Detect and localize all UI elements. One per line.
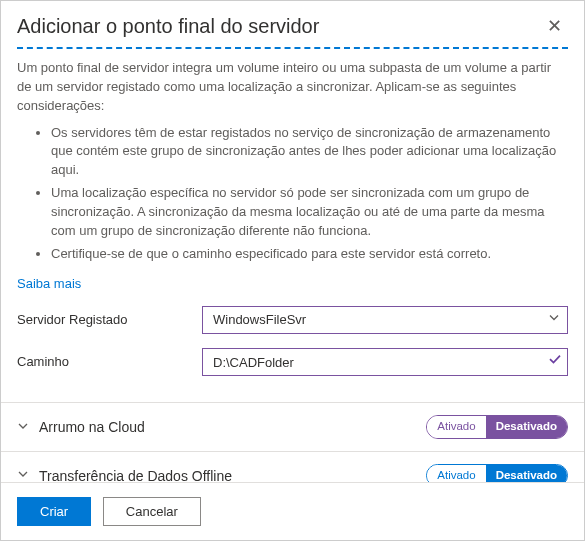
path-input[interactable] (202, 348, 568, 376)
considerations-list: Os servidores têm de estar registados no… (17, 124, 568, 264)
list-item: Certifique-se de que o caminho especific… (51, 245, 568, 264)
cancel-button[interactable]: Cancelar (103, 497, 201, 526)
cloud-tiering-title: Arrumo na Cloud (39, 419, 145, 435)
dialog-footer: Criar Cancelar (1, 482, 584, 540)
section-header-left: Arrumo na Cloud (17, 419, 145, 435)
intro-text: Um ponto final de servidor integra um vo… (17, 59, 568, 116)
server-select[interactable]: WindowsFileSvr (202, 306, 568, 334)
close-icon[interactable]: ✕ (541, 13, 568, 39)
cloud-tiering-section[interactable]: Arrumo na Cloud Ativado Desativado (1, 403, 584, 451)
path-label: Caminho (17, 353, 202, 372)
toggle-off[interactable]: Desativado (486, 416, 567, 438)
learn-more-link[interactable]: Saiba mais (17, 275, 81, 294)
list-item: Os servidores têm de estar registados no… (51, 124, 568, 181)
list-item: Uma localização específica no servidor s… (51, 184, 568, 241)
dialog-body: Um ponto final de servidor integra um vo… (1, 49, 584, 402)
server-label: Servidor Registado (17, 311, 202, 330)
path-row: Caminho (17, 348, 568, 376)
server-row: Servidor Registado WindowsFileSvr (17, 306, 568, 334)
toggle-on[interactable]: Ativado (427, 416, 485, 438)
chevron-down-icon (17, 468, 29, 483)
cloud-tiering-toggle[interactable]: Ativado Desativado (426, 415, 568, 439)
path-input-wrapper (202, 348, 568, 376)
dialog-title: Adicionar o ponto final do servidor (17, 15, 319, 38)
create-button[interactable]: Criar (17, 497, 91, 526)
server-select-wrapper: WindowsFileSvr (202, 306, 568, 334)
dialog-header: Adicionar o ponto final do servidor ✕ (1, 1, 584, 47)
chevron-down-icon (17, 420, 29, 435)
